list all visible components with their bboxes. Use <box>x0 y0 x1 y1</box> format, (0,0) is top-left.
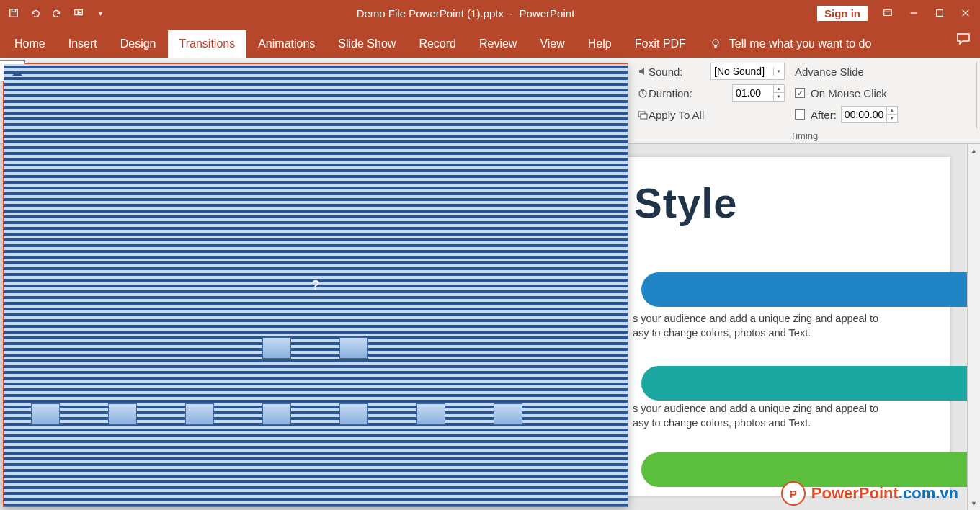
tab-design[interactable]: Design <box>109 30 168 58</box>
transition-rotate-icon <box>262 403 291 425</box>
tab-view[interactable]: View <box>528 30 576 58</box>
transition-ferris-wheel-icon <box>108 403 137 425</box>
timing-group: Sound: ▾ Duration: ▴▾ <box>631 58 977 143</box>
minimize-icon[interactable] <box>908 7 919 19</box>
slide-title: Style <box>634 179 738 227</box>
ribbon-display-icon[interactable] <box>882 7 894 19</box>
tab-review[interactable]: Review <box>468 30 528 58</box>
svg-rect-2 <box>884 10 892 16</box>
transition-gallery: SubtleNoneFadePushWipeSplitRevealCutRand… <box>3 63 628 507</box>
timing-group-caption: Timing <box>631 130 977 141</box>
duration-label: Duration: <box>649 87 692 99</box>
transition-orbit-icon <box>416 403 445 425</box>
autosave-icon[interactable] <box>7 6 20 19</box>
tab-animations[interactable]: Animations <box>246 30 326 58</box>
watermark-logo-icon: P <box>781 481 806 506</box>
comments-icon[interactable] <box>956 32 971 48</box>
slide-body-2: s your audience and add a unique zing an… <box>633 402 878 430</box>
redo-icon[interactable] <box>50 6 63 19</box>
transition-random-icon <box>339 337 368 359</box>
tab-record[interactable]: Record <box>407 30 468 58</box>
sound-icon <box>637 66 649 77</box>
svg-rect-7 <box>641 114 647 119</box>
duration-spinner[interactable]: ▴▾ <box>732 84 785 102</box>
scroll-down-icon[interactable]: ▼ <box>968 497 980 510</box>
slide-shape-1 <box>641 272 980 307</box>
svg-rect-0 <box>10 9 18 17</box>
tab-help[interactable]: Help <box>576 30 623 58</box>
qat-customize-icon[interactable]: ▾ <box>94 6 107 19</box>
window-title: Demo File PowerPoint (1).pptx - PowerPoi… <box>114 7 817 19</box>
maximize-icon[interactable] <box>934 7 945 19</box>
apply-all-icon <box>637 109 649 120</box>
scroll-up-icon[interactable]: ▲ <box>968 144 980 157</box>
duration-icon <box>637 87 649 99</box>
slideshow-icon[interactable] <box>72 6 85 19</box>
vertical-scrollbar[interactable]: ▲ ▼ <box>967 144 980 510</box>
slide-shape-2 <box>641 366 980 401</box>
sound-combo[interactable]: ▾ <box>710 63 785 80</box>
transition-random[interactable]: Random <box>315 331 392 377</box>
svg-rect-3 <box>937 10 943 17</box>
close-icon[interactable] <box>960 7 971 19</box>
tab-slide-show[interactable]: Slide Show <box>326 30 407 58</box>
tab-insert[interactable]: Insert <box>57 30 109 58</box>
transition-pan-icon <box>31 403 60 425</box>
tab-transitions[interactable]: Transitions <box>168 30 247 58</box>
lightbulb-icon <box>709 37 722 50</box>
transition-fly-through-icon <box>494 403 522 425</box>
apply-to-all-button[interactable]: Apply To All <box>649 109 704 121</box>
sign-in-button[interactable]: Sign in <box>817 6 868 21</box>
transition-conveyor-icon <box>185 403 214 425</box>
tab-foxit-pdf[interactable]: Foxit PDF <box>623 30 698 58</box>
tell-me-search[interactable]: Tell me what you want to do <box>698 30 883 58</box>
watermark: P PowerPoint.com.vn <box>781 481 958 506</box>
tab-home[interactable]: Home <box>3 30 57 58</box>
sound-label: Sound: <box>649 66 683 78</box>
svg-point-4 <box>713 40 718 45</box>
transition-window-icon <box>339 403 368 425</box>
slide-body-1: s your audience and add a unique zing an… <box>633 312 878 340</box>
undo-icon[interactable] <box>29 6 42 19</box>
